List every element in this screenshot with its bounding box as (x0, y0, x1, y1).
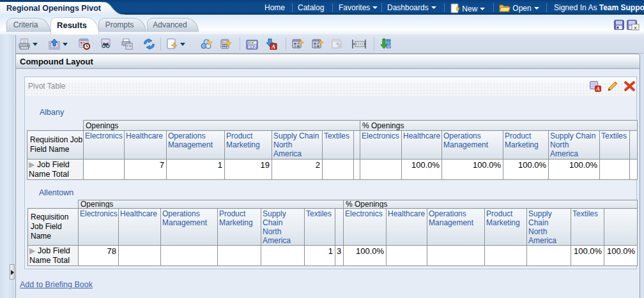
svg-text:XYZ: XYZ (248, 45, 257, 49)
svg-text:A: A (595, 86, 600, 92)
svg-text:x: x (634, 25, 637, 31)
svg-text:A: A (271, 43, 275, 50)
